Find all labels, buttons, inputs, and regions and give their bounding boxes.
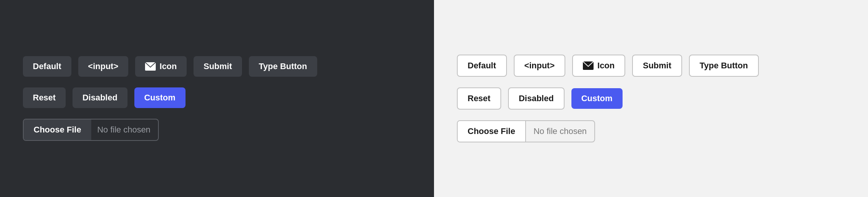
light-default-button[interactable]: Default [457, 55, 507, 77]
light-row-1: Default <input> Icon Submit Type Button [457, 55, 759, 77]
mail-icon-light [583, 61, 594, 70]
dark-panel: Default <input> Icon Submit Type Button … [0, 0, 434, 197]
light-reset-button[interactable]: Reset [457, 87, 501, 110]
dark-icon-button[interactable]: Icon [135, 56, 187, 77]
dark-reset-button[interactable]: Reset [23, 87, 66, 108]
dark-file-input-area: Choose File No file chosen [23, 119, 159, 141]
light-type-button[interactable]: Type Button [689, 55, 759, 77]
dark-row-1: Default <input> Icon Submit Type Button [23, 56, 317, 77]
dark-submit-button[interactable]: Submit [194, 56, 242, 77]
light-input-button[interactable]: <input> [514, 55, 565, 77]
dark-type-button[interactable]: Type Button [249, 56, 317, 77]
light-row-2: Reset Disabled Custom [457, 87, 623, 110]
dark-row-2: Reset Disabled Custom [23, 87, 186, 108]
light-file-row: Choose File No file chosen [457, 120, 595, 142]
dark-file-status: No file chosen [97, 125, 158, 135]
dark-default-button[interactable]: Default [23, 56, 71, 77]
dark-input-button[interactable]: <input> [78, 56, 128, 77]
light-custom-button[interactable]: Custom [571, 88, 623, 109]
dark-disabled-button[interactable]: Disabled [73, 87, 127, 108]
light-submit-button[interactable]: Submit [632, 55, 682, 77]
light-file-input-area: Choose File No file chosen [457, 120, 595, 142]
dark-custom-button[interactable]: Custom [134, 87, 186, 108]
dark-file-row: Choose File No file chosen [23, 119, 159, 141]
light-file-status: No file chosen [526, 121, 594, 142]
light-disabled-button[interactable]: Disabled [508, 87, 565, 110]
light-icon-button[interactable]: Icon [572, 55, 625, 77]
light-choose-file-button[interactable]: Choose File [458, 121, 526, 142]
light-panel: Default <input> Icon Submit Type Button … [434, 0, 868, 197]
dark-choose-file-button[interactable]: Choose File [24, 119, 91, 140]
mail-icon [145, 62, 156, 71]
